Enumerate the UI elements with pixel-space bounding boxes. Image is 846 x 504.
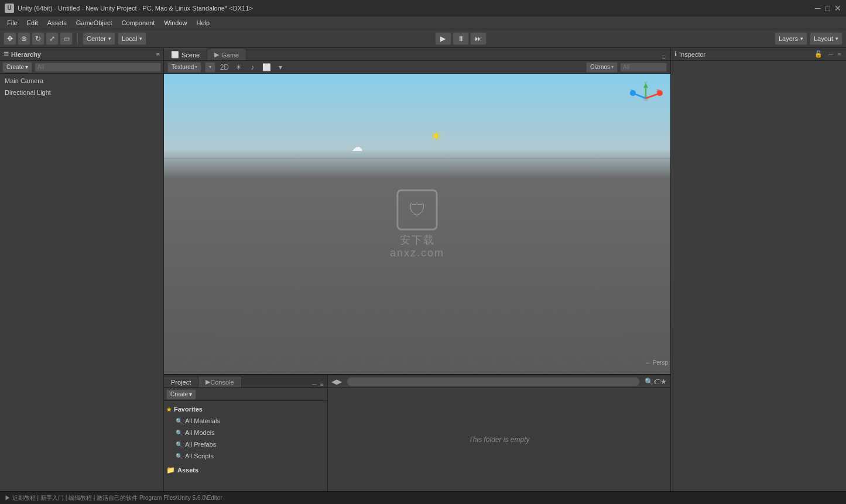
layers-dropdown[interactable]: Layers: [775, 32, 807, 45]
hand-tool-button[interactable]: ✥: [4, 32, 16, 45]
console-icon: ▶: [205, 378, 210, 386]
rect-tool-button[interactable]: ▭: [60, 32, 73, 45]
search-icon-models: 🔍: [176, 430, 183, 436]
menu-component[interactable]: Component: [117, 18, 159, 28]
scene-tab[interactable]: ⬜ Scene: [164, 49, 207, 60]
transform-tools-group: ✥ ⊕ ↻ ⤢ ▭: [4, 32, 73, 45]
scene-view[interactable]: ☀ ☁: [164, 74, 670, 374]
star-filter-button[interactable]: ★: [660, 378, 667, 386]
move-tool-button[interactable]: ⊕: [18, 32, 30, 45]
scene-grid: [164, 305, 670, 374]
gizmos-dropdown[interactable]: Gizmos: [586, 62, 618, 73]
tag-filter-button[interactable]: 🏷: [653, 378, 660, 386]
all-prefabs-item[interactable]: 🔍 All Prefabs: [164, 438, 327, 450]
close-button[interactable]: ✕: [834, 4, 841, 12]
textured-dropdown[interactable]: Textured: [167, 62, 201, 73]
menu-assets[interactable]: Assets: [43, 18, 71, 28]
watermark-box: 🛡: [397, 189, 438, 230]
scene-tab-label: Scene: [181, 52, 200, 59]
inspector-collapse-button[interactable]: ≡: [837, 51, 842, 58]
hierarchy-toolbar: Create ▾: [0, 61, 163, 74]
game-tab-label: Game: [221, 52, 239, 59]
back-button[interactable]: ◀: [331, 378, 337, 386]
inspector-panel: ℹ Inspector 🔓 ─ ≡: [670, 48, 846, 491]
hierarchy-item-directional-light[interactable]: Directional Light: [0, 87, 163, 98]
project-create-button[interactable]: Create ▾: [166, 389, 196, 400]
play-button[interactable]: ▶: [435, 32, 451, 45]
rotate-tool-button[interactable]: ↻: [32, 32, 44, 45]
search-icon-btn[interactable]: 🔍: [645, 378, 653, 386]
audio-toggle[interactable]: ♪: [247, 62, 258, 73]
toolbar-sep-1: [77, 33, 78, 44]
search-icon-scripts: 🔍: [176, 453, 183, 460]
hierarchy-header: ☰ Hierarchy ≡: [0, 48, 163, 61]
assets-main: ◀ ▶ 🔍 🏷 ★ This folder is empty: [328, 375, 670, 491]
scene-panel-controls: ≡: [661, 53, 670, 60]
render-mode-dropdown[interactable]: [205, 62, 215, 73]
scale-tool-button[interactable]: ⤢: [46, 32, 59, 45]
forward-button[interactable]: ▶: [337, 378, 342, 386]
local-dropdown[interactable]: Local: [118, 32, 146, 45]
menu-gameobject[interactable]: GameObject: [71, 18, 117, 28]
window-controls: ─ □ ✕: [814, 4, 841, 12]
status-message: ▶ 近期教程 | 新手入门 | 编辑教程 | 激活自己的软件 Program F…: [5, 494, 222, 502]
status-bar: ▶ 近期教程 | 新手入门 | 编辑教程 | 激活自己的软件 Program F…: [0, 491, 846, 504]
scene-gizmos-area: Gizmos: [586, 62, 667, 73]
scene-search-input[interactable]: [620, 63, 667, 72]
scene-panel-menu[interactable]: ≡: [661, 53, 667, 60]
gizmo-svg: X Z Y: [628, 81, 663, 116]
star-icon: ★: [166, 406, 172, 413]
scene-toolbar: Textured 2D ☀ ♪ ⬜ ▾ Gizmos: [164, 61, 670, 74]
project-panel-controls: ─ ≡: [311, 380, 327, 388]
bottom-panels: Project ▶ Console ─ ≡ Create ▾: [164, 374, 670, 491]
right-toolbar: Layers Layout: [775, 32, 842, 45]
toolbar: ✥ ⊕ ↻ ⤢ ▭ Center Local ▶ ⏸ ⏭ Layers Layo…: [0, 29, 846, 48]
lighting-toggle[interactable]: ☀: [233, 62, 244, 73]
2d-toggle[interactable]: 2D: [219, 62, 230, 73]
gizmo-widget[interactable]: X Z Y: [628, 81, 663, 116]
project-collapse-button[interactable]: ─: [311, 380, 318, 388]
center-dropdown[interactable]: Center: [83, 32, 115, 45]
assets-toolbar: ◀ ▶ 🔍 🏷 ★: [328, 375, 670, 388]
hierarchy-item-main-camera[interactable]: Main Camera: [0, 75, 163, 87]
project-menu-button[interactable]: ≡: [319, 380, 325, 388]
favorites-section[interactable]: ★ Favorites: [164, 403, 327, 415]
menu-help[interactable]: Help: [191, 18, 214, 28]
assets-search-input[interactable]: [347, 377, 640, 386]
camera-toggle[interactable]: ▾: [275, 62, 286, 73]
project-tab[interactable]: Project: [164, 376, 198, 388]
inspector-menu-button[interactable]: ─: [827, 51, 834, 58]
project-panel: Project ▶ Console ─ ≡ Create ▾: [164, 375, 328, 491]
project-tab-row: Project ▶ Console ─ ≡: [164, 375, 327, 388]
effects-toggle[interactable]: ⬜: [261, 62, 272, 73]
minimize-button[interactable]: ─: [814, 4, 821, 12]
hierarchy-search-input[interactable]: [35, 63, 161, 72]
window-title: Unity (64bit) - Untitled - New Unity Pro…: [18, 5, 814, 12]
menu-file[interactable]: File: [2, 18, 22, 28]
menu-window[interactable]: Window: [159, 18, 191, 28]
console-tab[interactable]: ▶ Console: [198, 376, 241, 388]
all-models-item[interactable]: 🔍 All Models: [164, 427, 327, 438]
empty-folder-message: This folder is empty: [328, 388, 670, 491]
hierarchy-create-button[interactable]: Create ▾: [2, 62, 32, 73]
step-button[interactable]: ⏭: [470, 32, 487, 45]
inspector-lock-button[interactable]: 🔓: [814, 50, 823, 58]
layout-dropdown[interactable]: Layout: [810, 32, 842, 45]
menu-edit[interactable]: Edit: [22, 18, 43, 28]
hierarchy-menu-button[interactable]: ≡: [156, 51, 160, 58]
all-scripts-item[interactable]: 🔍 All Scripts: [164, 450, 327, 462]
svg-line-3: [646, 94, 659, 98]
maximize-button[interactable]: □: [824, 4, 831, 12]
assets-section[interactable]: 📁 Assets: [164, 464, 327, 476]
hierarchy-title: Hierarchy: [11, 51, 41, 58]
pause-button[interactable]: ⏸: [453, 32, 469, 45]
all-materials-item[interactable]: 🔍 All Materials: [164, 415, 327, 427]
persp-label: ← Persp: [645, 359, 668, 366]
title-bar: U Unity (64bit) - Untitled - New Unity P…: [0, 0, 846, 16]
folder-icon-assets: 📁: [166, 466, 175, 474]
project-tree: ★ Favorites 🔍 All Materials 🔍 All Models: [164, 401, 327, 478]
game-tab[interactable]: ▶ Game: [207, 49, 246, 60]
directional-light-icon: ☀: [427, 128, 445, 145]
scene-tabs: ⬜ Scene ▶ Game ≡: [164, 48, 670, 61]
hierarchy-icon: ☰: [4, 51, 9, 57]
